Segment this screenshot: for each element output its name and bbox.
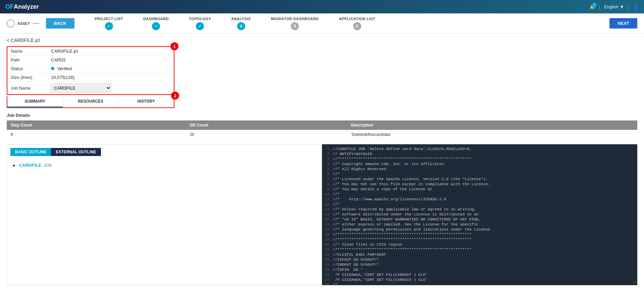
bell-icon[interactable]: 🔔 2 bbox=[590, 4, 595, 9]
step-applist-label: APPLICATION LIST bbox=[339, 17, 375, 21]
user-icon[interactable]: 👤 bbox=[633, 4, 639, 9]
jobname-value[interactable]: CARDFILE bbox=[48, 82, 174, 95]
file-info-box: Name CARDFILE.jcl Path CARD2 Status Veri… bbox=[7, 46, 174, 95]
scroll-down-icon[interactable]: ⌄ bbox=[633, 277, 636, 284]
tab-history[interactable]: HISTORY bbox=[118, 96, 174, 107]
line-text: //* software distributed under the Licen… bbox=[333, 212, 479, 216]
path-value: CARD2 bbox=[48, 56, 174, 64]
line-text: //* Copyright Amazon.com, Inc. or its af… bbox=[333, 162, 446, 166]
name-label: Name bbox=[7, 47, 48, 56]
job-details-title: Job Details bbox=[7, 113, 637, 118]
code-line: 23//ISFOUT DD SYSOUT=* bbox=[322, 257, 637, 262]
line-text: //* Close files in CICS region bbox=[333, 242, 402, 247]
line-number: 28 bbox=[322, 283, 333, 285]
line-number: 21 bbox=[322, 247, 333, 252]
logo: OF Analyzer bbox=[5, 3, 39, 10]
back-button[interactable]: BACK bbox=[46, 18, 75, 29]
code-line: 14//* software distributed under the Lic… bbox=[322, 212, 637, 217]
tree-label-job: JOB bbox=[44, 163, 52, 168]
header: OF Analyzer 🔔 2 | English ▼ | 👤 bbox=[0, 0, 644, 13]
step-line bbox=[33, 23, 39, 24]
outline-tab-basic[interactable]: BASIC OUTLINE bbox=[10, 148, 51, 156]
next-button[interactable]: NEXT bbox=[609, 18, 637, 29]
line-number: 14 bbox=[322, 212, 333, 216]
code-line: 6//* bbox=[322, 171, 637, 176]
line-text: //CARDFILE JOB 'Delete define card data'… bbox=[333, 147, 472, 151]
line-number: 27 bbox=[322, 277, 333, 282]
line-text: //ISFOUT DD SYSOUT=* bbox=[333, 257, 379, 262]
line-text: //* Unless required by applicable law or… bbox=[333, 207, 476, 211]
line-text: //CLCIFIL EXEC PGM=SDSF bbox=[333, 252, 386, 257]
header-right: 🔔 2 | English ▼ | 👤 bbox=[590, 4, 639, 9]
code-line: 16//* either express or implied. See the… bbox=[322, 222, 637, 227]
line-text: /F CICSAWSA,'CEMT SET FIL(CARDAIX ) CLO' bbox=[333, 277, 428, 282]
outline-panel: BASIC OUTLINE EXTERNAL OUTLINE ► CARDFIL… bbox=[7, 144, 322, 285]
line-number: 20 bbox=[322, 242, 333, 247]
step-analysis-label: ANALYSIS bbox=[231, 17, 251, 21]
code-line: 21//************************************… bbox=[322, 247, 637, 252]
jobname-select[interactable]: CARDFILE bbox=[51, 84, 111, 93]
code-line: 10//* bbox=[322, 192, 637, 197]
step-topology[interactable]: TOPOLOGY ✓ bbox=[189, 17, 211, 30]
line-number: 17 bbox=[322, 227, 333, 232]
tree-item-cardfile[interactable]: ► CARDFILE JOB bbox=[12, 163, 316, 168]
step-project-list[interactable]: PROJECT LIST ✓ bbox=[95, 17, 123, 30]
step-dashboard-check: ✓ bbox=[152, 22, 160, 30]
description-value: 'Deletedefinecarddata' bbox=[347, 130, 637, 140]
size-label: Size (lines) bbox=[7, 73, 48, 82]
step-count-value: 8 bbox=[7, 130, 186, 140]
line-text: //* http://www.apache.org/licenses/LICEN… bbox=[333, 197, 446, 201]
line-text: //CMDOUT DD SYSOUT=* bbox=[333, 262, 379, 267]
line-number: 4 bbox=[322, 162, 333, 166]
line-number: 12 bbox=[322, 202, 333, 206]
status-value: Verified bbox=[48, 64, 174, 73]
line-number: 5 bbox=[322, 167, 333, 171]
logo-analyzer: Analyzer bbox=[14, 3, 39, 10]
step-asset: ASSET bbox=[7, 19, 39, 28]
language-selector[interactable]: English ▼ bbox=[604, 4, 624, 9]
line-text: // NOTIFY=&SYSUID bbox=[333, 152, 372, 156]
code-line: 19//************************************… bbox=[322, 237, 637, 242]
step-analysis[interactable]: ANALYSIS 4 bbox=[231, 17, 251, 30]
step-project-list-label: PROJECT LIST bbox=[95, 17, 123, 21]
code-line: 11//* http://www.apache.org/licenses/LIC… bbox=[322, 197, 637, 202]
code-line: 13//* Unless required by applicable law … bbox=[322, 207, 637, 212]
file-info-table: Name CARDFILE.jcl Path CARD2 Status Veri… bbox=[7, 47, 174, 94]
name-value: CARDFILE.jcl bbox=[48, 47, 174, 56]
dd-count-value: 20 bbox=[186, 130, 347, 140]
line-text: //* bbox=[333, 192, 340, 196]
tab-resources[interactable]: RESOURCES bbox=[63, 96, 119, 107]
code-line: 12//* bbox=[322, 202, 637, 207]
step-asset-circle bbox=[7, 19, 15, 28]
bottom-panel: BASIC OUTLINE EXTERNAL OUTLINE ► CARDFIL… bbox=[7, 144, 637, 285]
code-line: 8//* You may not use this file except in… bbox=[322, 182, 637, 187]
step-dashboard[interactable]: DASHBOARD ✓ bbox=[143, 17, 169, 30]
step-project-list-check: ✓ bbox=[105, 22, 113, 30]
status-dot bbox=[51, 67, 54, 70]
logo-of: OF bbox=[5, 3, 14, 10]
line-text: //* language governing permissions and l… bbox=[333, 227, 490, 232]
code-line: 24//CMDOUT DD SYSOUT=* bbox=[322, 262, 637, 267]
line-number: 9 bbox=[322, 187, 333, 191]
step-migrator[interactable]: MIGRATOR DASHBOARD 5 bbox=[271, 17, 319, 30]
outline-tab-external[interactable]: EXTERNAL OUTLINE bbox=[51, 148, 101, 156]
outline-tabs: BASIC OUTLINE EXTERNAL OUTLINE bbox=[10, 148, 318, 156]
line-text: //**************************************… bbox=[333, 237, 472, 242]
divider: | bbox=[599, 4, 600, 9]
size-value: 10,075(128) bbox=[48, 73, 174, 82]
breadcrumb: < CARDFILE.jcl bbox=[7, 38, 637, 43]
line-text: //* You may obtain a copy of the License… bbox=[333, 187, 432, 191]
code-panel[interactable]: 1//CARDFILE JOB 'Delete define card data… bbox=[322, 144, 637, 285]
chevron-down-icon: ▼ bbox=[620, 4, 624, 9]
step-topology-label: TOPOLOGY bbox=[189, 17, 211, 21]
line-text: /F CICSAWSA,'CEMT SET FIL(CARDDAT ) CLO' bbox=[333, 272, 428, 277]
job-table: Step Count DD Count Description 8 20 'De… bbox=[7, 120, 637, 140]
line-number: 10 bbox=[322, 192, 333, 196]
outline-tree: ► CARDFILE JOB bbox=[7, 159, 322, 171]
col-step-count: Step Count bbox=[7, 120, 186, 130]
tab-summary[interactable]: SUMMARY bbox=[7, 96, 63, 107]
line-text: //* All Rights Reserved. bbox=[333, 167, 388, 171]
code-line: 26 /F CICSAWSA,'CEMT SET FIL(CARDDAT ) C… bbox=[322, 272, 637, 277]
stepper-bar: ASSET BACK PROJECT LIST ✓ DASHBOARD ✓ TO… bbox=[0, 13, 644, 34]
step-applist[interactable]: APPLICATION LIST 6 bbox=[339, 17, 375, 30]
